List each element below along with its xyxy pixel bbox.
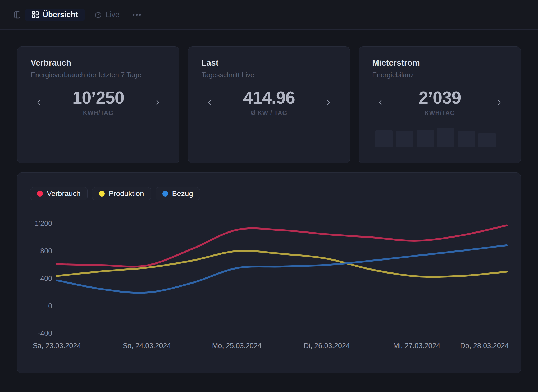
legend-pill-produktion[interactable]: Produktion <box>92 187 151 200</box>
legend-label: Produktion <box>109 190 144 197</box>
kpi-unit: KWH/TAG <box>425 110 455 117</box>
card-title: Mieterstrom <box>372 58 507 68</box>
y-tick-label: 0 <box>48 302 52 310</box>
card-mieterstrom: Mieterstrom Energiebilanz 2’039 KWH/TAG <box>359 46 521 163</box>
tab-live[interactable]: Live <box>88 9 126 21</box>
x-tick-label: So, 24.03.2024 <box>123 342 171 350</box>
kpi-value: 10’250 <box>72 88 124 107</box>
prev-period-button[interactable] <box>374 96 386 108</box>
dashboard-grid-icon <box>32 11 39 18</box>
x-tick-label: Di, 26.03.2024 <box>304 342 350 350</box>
y-tick-label: -400 <box>38 329 52 337</box>
chart-legend: VerbrauchProduktionBezug <box>30 187 200 200</box>
x-tick-label: Do, 28.03.2024 <box>460 342 509 350</box>
placeholder-bar <box>458 131 475 147</box>
legend-dot-produktion <box>99 191 105 197</box>
x-tick-label: Sa, 23.03.2024 <box>33 342 81 350</box>
chevron-left-icon <box>376 98 384 106</box>
energy-dashboard: { "topbar": { "tabs": [ { "label": "Über… <box>0 0 538 392</box>
x-tick-label: Mo, 25.03.2024 <box>212 342 262 350</box>
card-subtitle: Tagesschnitt Live <box>202 71 337 79</box>
more-tabs-button[interactable] <box>131 12 143 18</box>
kpi-unit: Ø KW / TAG <box>251 110 288 117</box>
chart-line-produktion <box>57 251 507 277</box>
y-tick-label: 800 <box>40 247 52 255</box>
legend-pill-bezug[interactable]: Bezug <box>156 187 200 200</box>
placeholder-bar <box>437 128 454 147</box>
x-tick-label: Mi, 27.03.2024 <box>393 342 440 350</box>
kpi-unit: KWH/TAG <box>83 110 113 117</box>
legend-label: Bezug <box>172 190 193 197</box>
ellipsis-icon <box>132 13 141 16</box>
chart-card: VerbrauchProduktionBezug 1’2008004000-40… <box>17 172 521 373</box>
prev-period-button[interactable] <box>204 96 216 108</box>
card-verbrauch: Verbrauch Energieverbrauch der letzten 7… <box>17 46 179 163</box>
legend-dot-verbrauch <box>37 191 43 197</box>
chevron-left-icon <box>206 98 214 106</box>
gauge-icon <box>94 11 102 19</box>
placeholder-bar <box>396 131 413 147</box>
panel-left-icon <box>13 11 21 19</box>
card-last: Last Tagesschnitt Live 414.96 Ø KW / TAG <box>188 46 350 163</box>
card-subtitle: Energieverbrauch der letzten 7 Tage <box>31 71 166 79</box>
energy-balance-placeholder-bars <box>375 128 496 147</box>
y-tick-label: 1’200 <box>35 220 52 227</box>
legend-label: Verbrauch <box>47 190 81 197</box>
kpi-value: 414.96 <box>243 88 295 107</box>
chevron-right-icon <box>495 98 503 106</box>
tab-uebersicht[interactable]: Übersicht <box>25 9 85 21</box>
chevron-left-icon <box>35 98 43 106</box>
legend-pill-verbrauch[interactable]: Verbrauch <box>30 187 88 200</box>
legend-dot-bezug <box>162 191 168 197</box>
tab-uebersicht-label: Übersicht <box>43 11 78 19</box>
card-title: Verbrauch <box>31 58 166 68</box>
next-period-button[interactable] <box>152 96 164 108</box>
line-chart: 1’2008004000-400Sa, 23.03.2024So, 24.03.… <box>17 173 521 373</box>
card-subtitle: Energiebilanz <box>372 71 507 79</box>
chevron-right-icon <box>324 98 332 106</box>
card-title: Last <box>202 58 337 68</box>
next-period-button[interactable] <box>493 96 505 108</box>
prev-period-button[interactable] <box>33 96 45 108</box>
y-tick-label: 400 <box>40 275 52 282</box>
next-period-button[interactable] <box>322 96 334 108</box>
chevron-right-icon <box>154 98 162 106</box>
kpi-value: 2’039 <box>419 88 461 107</box>
tab-live-label: Live <box>106 11 120 19</box>
chart-line-verbrauch <box>57 225 507 267</box>
sidebar-toggle-button[interactable] <box>12 9 23 20</box>
placeholder-bar <box>478 133 496 147</box>
kpi-cards-row: Verbrauch Energieverbrauch der letzten 7… <box>17 46 521 163</box>
placeholder-bar <box>375 130 393 147</box>
topbar: Übersicht Live <box>0 0 538 30</box>
placeholder-bar <box>417 130 434 147</box>
